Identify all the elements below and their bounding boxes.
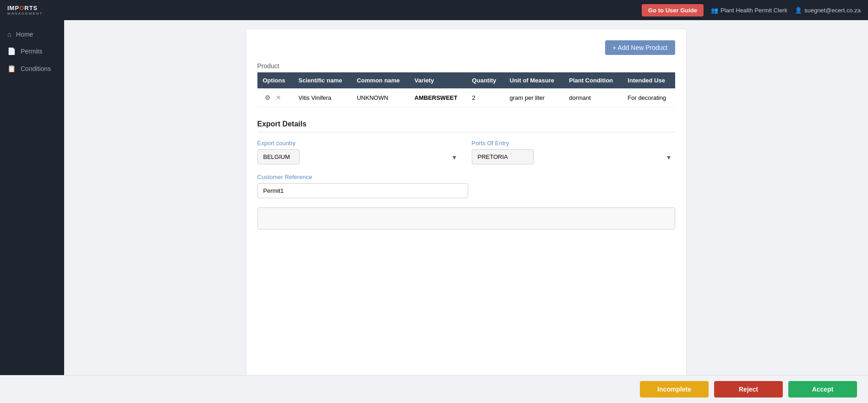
- ports-of-entry-select[interactable]: PRETORIA JOHANNESBURG CAPE TOWN: [472, 149, 534, 164]
- main-content: + Add New Product Product Options Scient…: [64, 20, 868, 403]
- sidebar-item-home[interactable]: ⌂ Home: [0, 26, 64, 43]
- export-details-title: Export Details: [257, 120, 675, 132]
- product-section-label: Product: [257, 62, 675, 70]
- customer-reference-group: Customer Reference: [257, 174, 468, 198]
- product-table: Options Scientific name Common name Vari…: [257, 72, 675, 107]
- home-icon: ⌂: [7, 30, 11, 38]
- topnav-user: 👤 suegnet@ecert.co.za: [795, 7, 861, 14]
- reject-button[interactable]: Reject: [714, 381, 783, 398]
- permits-icon: 📄: [7, 47, 16, 55]
- action-bar: Incomplete Reject Accept: [0, 375, 868, 403]
- notes-area[interactable]: [257, 207, 675, 229]
- col-variety: Variety: [409, 72, 467, 88]
- row-unit-measure: gram per liter: [504, 88, 564, 107]
- customer-reference-input[interactable]: [257, 183, 468, 198]
- edit-icon-button[interactable]: ⚙: [263, 93, 273, 102]
- topnav: IMPORTS MANAGEMENT Go to User Guide 👥 Pl…: [0, 0, 868, 20]
- toolbar-row: + Add New Product: [257, 40, 675, 55]
- customer-ref-row: Customer Reference: [257, 174, 675, 198]
- ports-of-entry-select-wrapper: PRETORIA JOHANNESBURG CAPE TOWN: [472, 149, 675, 164]
- bottom-spacer: [257, 229, 675, 257]
- user-email: suegnet@ecert.co.za: [804, 7, 861, 14]
- user-guide-button[interactable]: Go to User Guide: [642, 4, 704, 16]
- accept-button[interactable]: Accept: [788, 381, 857, 398]
- ports-of-entry-group: Ports Of Entry PRETORIA JOHANNESBURG CAP…: [472, 140, 675, 164]
- row-common-name: UNKNOWN: [351, 88, 409, 107]
- role-icon: 👥: [711, 7, 718, 14]
- add-product-button[interactable]: + Add New Product: [605, 40, 675, 55]
- col-options: Options: [257, 72, 293, 88]
- sidebar-label-permits: Permits: [21, 48, 42, 55]
- row-intended-use: For decorating: [622, 88, 675, 107]
- topnav-role: 👥 Plant Health Permit Clerk: [711, 7, 787, 14]
- export-country-select[interactable]: BELGIUM FRANCE GERMANY USA: [257, 149, 300, 164]
- col-common-name: Common name: [351, 72, 409, 88]
- col-unit-measure: Unit of Measure: [504, 72, 564, 88]
- user-icon: 👤: [795, 7, 802, 14]
- sidebar-label-conditions: Conditions: [21, 65, 51, 72]
- export-form-row: Export country BELGIUM FRANCE GERMANY US…: [257, 140, 675, 164]
- export-country-select-wrapper: BELGIUM FRANCE GERMANY USA: [257, 149, 461, 164]
- role-label: Plant Health Permit Clerk: [721, 7, 787, 14]
- row-plant-condition: dormant: [563, 88, 622, 107]
- content-card: + Add New Product Product Options Scient…: [246, 29, 686, 394]
- table-row: ⚙ ✕ Vitis Vinifera UNKNOWN AMBERSWEET 2 …: [257, 88, 675, 107]
- col-quantity: Quantity: [467, 72, 504, 88]
- topnav-right: Go to User Guide 👥 Plant Health Permit C…: [642, 4, 861, 16]
- export-country-group: Export country BELGIUM FRANCE GERMANY US…: [257, 140, 461, 164]
- delete-icon-button[interactable]: ✕: [274, 93, 283, 102]
- export-country-label: Export country: [257, 140, 461, 147]
- ports-of-entry-label: Ports Of Entry: [472, 140, 675, 147]
- row-quantity: 2: [467, 88, 504, 107]
- sidebar-item-permits[interactable]: 📄 Permits: [0, 43, 64, 60]
- col-plant-condition: Plant Condition: [563, 72, 622, 88]
- row-options: ⚙ ✕: [257, 88, 293, 107]
- col-intended-use: Intended Use: [622, 72, 675, 88]
- sidebar-label-home: Home: [16, 31, 33, 38]
- row-scientific-name: Vitis Vinifera: [293, 88, 351, 107]
- col-scientific-name: Scientific name: [293, 72, 351, 88]
- sidebar: ⌂ Home 📄 Permits 📋 Conditions: [0, 20, 64, 403]
- conditions-icon: 📋: [7, 65, 16, 73]
- logo-subtitle: MANAGEMENT: [7, 11, 43, 16]
- row-variety: AMBERSWEET: [409, 88, 467, 107]
- customer-reference-label: Customer Reference: [257, 174, 468, 180]
- logo-text: IMPORTS: [7, 5, 43, 11]
- logo: IMPORTS MANAGEMENT: [7, 5, 43, 16]
- sidebar-item-conditions[interactable]: 📋 Conditions: [0, 60, 64, 77]
- incomplete-button[interactable]: Incomplete: [640, 381, 709, 398]
